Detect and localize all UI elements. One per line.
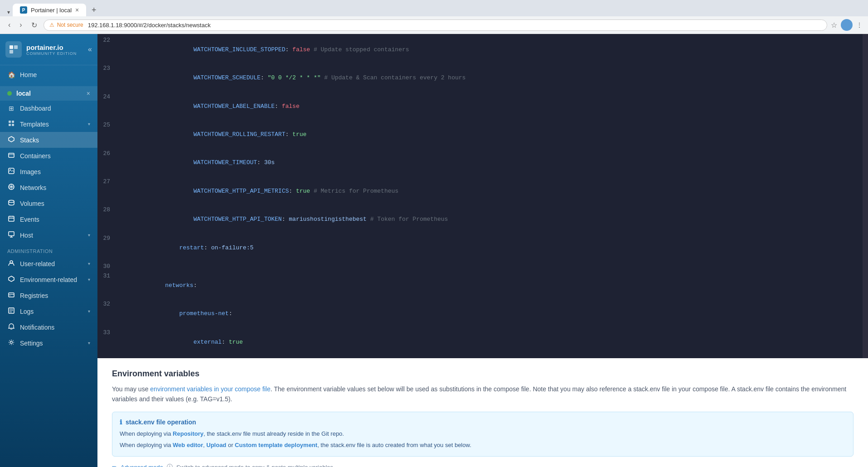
code-editor: 22 WATCHTOWER_INCLUDE_STOPPED: false # U… <box>97 34 868 358</box>
svg-rect-3 <box>9 121 11 123</box>
upload-link[interactable]: Upload <box>206 442 226 448</box>
back-button[interactable]: ‹ <box>5 20 13 30</box>
sidebar-item-dashboard[interactable]: ⊞ Dashboard <box>0 101 97 116</box>
code-line-22: 22 WATCHTOWER_INCLUDE_STOPPED: false # U… <box>97 36 863 64</box>
tab-title: Portainer | local <box>31 7 72 14</box>
refresh-button[interactable]: ↻ <box>29 20 40 30</box>
sidebar-collapse-button[interactable]: « <box>88 45 92 54</box>
advanced-mode-hint: Switch to advanced mode to copy & paste … <box>176 464 333 467</box>
compose-file-link[interactable]: environment variables in your compose fi… <box>150 385 270 393</box>
repository-link[interactable]: Repository <box>173 430 204 437</box>
logs-chevron-icon: ▾ <box>88 309 90 314</box>
profile-button[interactable] <box>841 19 853 31</box>
app-layout: portainer.io Community Edition « 🏠 Home … <box>0 34 868 467</box>
advanced-mode-row: ✏ Advanced mode ⓘ Switch to advanced mod… <box>112 463 853 467</box>
svg-rect-0 <box>10 45 13 49</box>
main-content: 22 WATCHTOWER_INCLUDE_STOPPED: false # U… <box>97 34 868 467</box>
extensions-button[interactable]: ⋮ <box>856 21 863 29</box>
svg-rect-12 <box>9 216 14 221</box>
notifications-icon <box>7 323 15 331</box>
sidebar-item-logs[interactable]: Logs ▾ <box>0 303 97 319</box>
volumes-icon <box>7 199 15 207</box>
sidebar-registries-label: Registries <box>20 292 90 299</box>
svg-rect-4 <box>12 121 14 123</box>
sidebar-home-label: Home <box>20 71 90 78</box>
logo-title: portainer.io <box>26 44 77 51</box>
sidebar-item-registries[interactable]: Registries <box>0 287 97 303</box>
code-line-31: 31 networks: <box>97 272 863 300</box>
sidebar-item-volumes[interactable]: Volumes <box>0 195 97 211</box>
bookmark-button[interactable]: ☆ <box>831 21 837 29</box>
info-box-line2: When deploying via Web editor, Upload or… <box>120 441 846 450</box>
sidebar-containers-label: Containers <box>20 152 90 160</box>
sidebar-item-images[interactable]: Images <box>0 164 97 180</box>
sidebar-item-events[interactable]: Events <box>0 211 97 227</box>
admin-section-label: Administration <box>0 245 97 256</box>
tab-dropdown-icon[interactable]: ▾ <box>7 9 10 15</box>
code-scrollbar[interactable] <box>863 34 868 358</box>
sidebar-item-user-related[interactable]: User-related ▾ <box>0 256 97 272</box>
code-editor-inner: 22 WATCHTOWER_INCLUDE_STOPPED: false # U… <box>97 34 868 358</box>
code-line-27: 27 WATCHTOWER_HTTP_API_METRICS: true # M… <box>97 177 863 205</box>
sidebar-dashboard-label: Dashboard <box>20 105 90 112</box>
info-box-line1: When deploying via Repository, the stack… <box>120 429 846 439</box>
sidebar-item-notifications[interactable]: Notifications <box>0 319 97 335</box>
events-icon <box>7 215 15 223</box>
info-icon: ℹ <box>120 418 122 426</box>
edit-icon: ✏ <box>112 464 117 467</box>
active-tab[interactable]: P Portainer | local × <box>13 4 86 16</box>
env-related-chevron-icon: ▾ <box>88 277 90 282</box>
svg-point-16 <box>10 295 10 296</box>
address-bar[interactable]: ⚠ Not secure 192.168.1.18:9000/#/2/docke… <box>44 19 827 31</box>
code-line-33: 33 external: true <box>97 328 863 356</box>
templates-icon <box>7 120 15 128</box>
stacks-icon <box>7 136 15 144</box>
sidebar-item-stacks[interactable]: Stacks <box>0 132 97 148</box>
sidebar-settings-label: Settings <box>20 340 83 347</box>
settings-icon <box>7 339 15 347</box>
tab-close-button[interactable]: × <box>75 6 79 14</box>
code-line-23: 23 WATCHTOWER_SCHEDULE: "0 0 */2 * * *" … <box>97 64 863 92</box>
sidebar-item-templates[interactable]: Templates ▾ <box>0 116 97 132</box>
sidebar-logo: portainer.io Community Edition « <box>0 34 97 65</box>
logo-icon <box>5 41 22 58</box>
images-icon <box>7 168 15 175</box>
env-status-dot <box>7 91 12 96</box>
networks-icon <box>7 184 15 191</box>
svg-rect-2 <box>10 50 13 54</box>
env-variables-title: Environment variables <box>112 369 853 379</box>
advanced-mode-link[interactable]: Advanced mode <box>121 464 163 467</box>
forward-button[interactable]: › <box>17 20 24 30</box>
security-icon: ⚠ <box>49 22 54 28</box>
stack-env-info-box: ℹ stack.env file operation When deployin… <box>112 412 853 457</box>
sidebar-item-containers[interactable]: Containers <box>0 148 97 164</box>
browser-toolbar: ‹ › ↻ ⚠ Not secure 192.168.1.18:9000/#/2… <box>0 16 868 34</box>
svg-rect-7 <box>9 153 14 157</box>
sidebar-item-home[interactable]: 🏠 Home <box>0 67 97 83</box>
info-circle-icon: ⓘ <box>167 463 173 467</box>
code-line-24: 24 WATCHTOWER_LABEL_ENABLE: false <box>97 92 863 121</box>
code-line-26: 26 WATCHTOWER_TIMEOUT: 30s <box>97 149 863 177</box>
info-box-title-text: stack.env file operation <box>126 418 196 426</box>
logs-icon <box>7 307 15 315</box>
sidebar-environment-related-label: Environment-related <box>20 276 83 283</box>
code-line-29: 29 restart: on-failure:5 <box>97 234 863 262</box>
svg-point-18 <box>10 341 13 344</box>
user-related-icon <box>7 260 15 268</box>
code-line-30: 30 <box>97 262 863 272</box>
svg-rect-5 <box>9 124 11 126</box>
svg-rect-15 <box>9 293 14 297</box>
sidebar-item-environment-related[interactable]: Environment-related ▾ <box>0 272 97 287</box>
custom-template-link[interactable]: Custom template deployment <box>235 442 317 448</box>
code-line-28: 28 WATCHTOWER_HTTP_API_TOKEN: mariushost… <box>97 205 863 234</box>
browser-chrome: ▾ P Portainer | local × + <box>0 0 868 16</box>
env-close-button[interactable]: × <box>87 90 90 97</box>
web-editor-link[interactable]: Web editor <box>173 442 203 448</box>
env-name: local <box>16 90 82 97</box>
svg-point-11 <box>9 200 14 203</box>
sidebar-templates-label: Templates <box>20 121 83 128</box>
sidebar-item-networks[interactable]: Networks <box>0 180 97 195</box>
new-tab-button[interactable]: + <box>87 4 101 16</box>
sidebar-item-settings[interactable]: Settings ▾ <box>0 335 97 351</box>
sidebar-item-host[interactable]: Host ▾ <box>0 227 97 243</box>
